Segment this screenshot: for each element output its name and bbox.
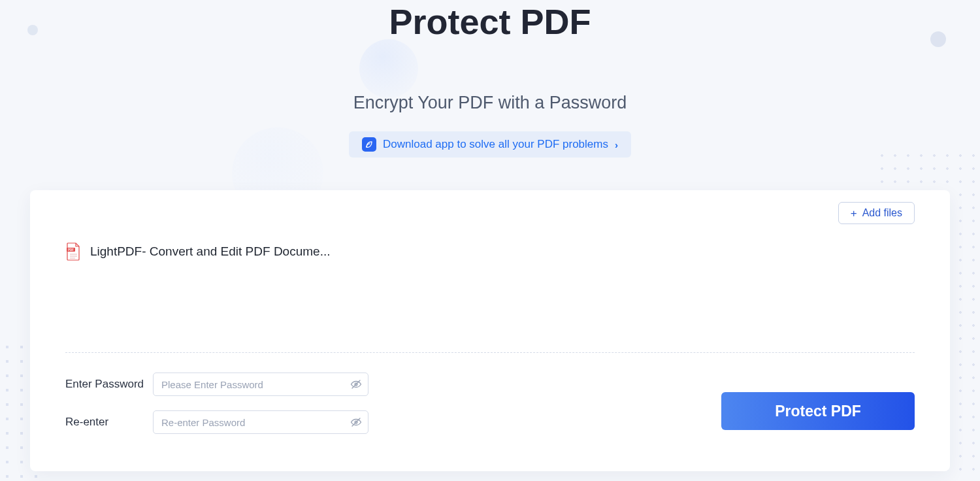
decorative-circle	[359, 39, 418, 98]
reenter-password-label: Re-enter	[65, 416, 144, 429]
file-name: LightPDF- Convert and Edit PDF Docume...	[90, 244, 330, 259]
enter-password-row: Enter Password	[65, 373, 368, 396]
main-card: + Add files PDF LightPDF- Convert and Ed…	[30, 190, 950, 471]
chevron-right-icon: ›	[615, 139, 618, 150]
decorative-dot	[27, 25, 38, 35]
enter-password-input[interactable]	[153, 373, 368, 396]
eye-off-icon[interactable]	[350, 378, 362, 390]
add-files-label: Add files	[862, 207, 902, 219]
decorative-dot	[930, 31, 946, 47]
protect-pdf-button[interactable]: Protect PDF	[721, 392, 915, 430]
svg-text:PDF: PDF	[68, 248, 74, 252]
add-files-button[interactable]: + Add files	[838, 202, 915, 224]
plus-icon: +	[851, 208, 857, 219]
reenter-password-input[interactable]	[153, 410, 368, 434]
form-area: Enter Password Re-enter	[65, 373, 915, 434]
leaf-icon	[362, 137, 376, 152]
divider	[65, 352, 915, 353]
eye-off-icon[interactable]	[350, 416, 362, 428]
download-app-banner[interactable]: Download app to solve all your PDF probl…	[349, 131, 631, 158]
enter-password-label: Enter Password	[65, 378, 144, 391]
page-title: Protect PDF	[0, 0, 980, 42]
pdf-file-icon: PDF	[65, 242, 81, 261]
password-fields: Enter Password Re-enter	[65, 373, 368, 434]
reenter-password-row: Re-enter	[65, 410, 368, 434]
download-banner-text: Download app to solve all your PDF probl…	[383, 138, 608, 151]
file-row: PDF LightPDF- Convert and Edit PDF Docum…	[65, 242, 915, 261]
page-subtitle: Encrypt Your PDF with a Password	[0, 93, 980, 113]
